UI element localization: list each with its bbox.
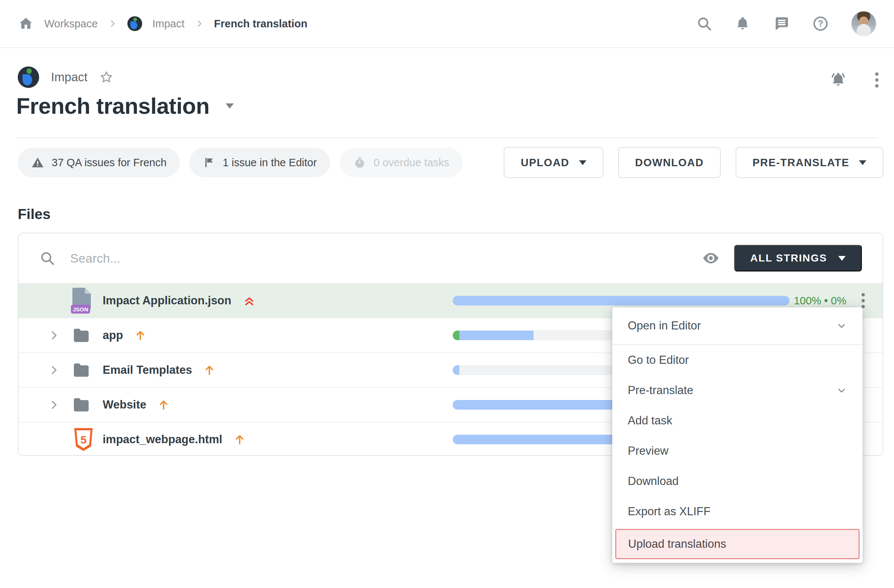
menu-item-label: Add task <box>628 414 672 427</box>
badge-label: 37 QA issues for French <box>52 157 166 169</box>
menu-item-label: Preview <box>628 444 668 458</box>
chevron-right-icon <box>108 19 117 28</box>
breadcrumb-project[interactable]: Impact <box>153 18 185 30</box>
badge-label: 0 overdue tasks <box>374 157 449 169</box>
top-navigation-bar: Workspace Impact French translation ? <box>0 0 894 48</box>
user-avatar[interactable] <box>851 11 876 36</box>
folder-name: Email Templates <box>103 363 192 377</box>
search-icon <box>39 250 55 266</box>
star-favorite-icon[interactable] <box>99 70 113 84</box>
download-button-label: DOWNLOAD <box>635 157 704 169</box>
notifications-bell-icon[interactable] <box>734 15 751 32</box>
folder-name: Website <box>103 398 146 411</box>
project-name: Impact <box>51 70 88 84</box>
folder-icon <box>72 328 90 343</box>
file-context-menu: Open in Editor Go to Editor Pre-translat… <box>612 307 862 563</box>
upload-button[interactable]: UPLOAD <box>504 147 603 178</box>
updated-arrow-icon <box>203 364 216 376</box>
badge-label: 1 issue in the Editor <box>223 157 317 169</box>
chevron-down-icon <box>859 160 866 165</box>
chevron-down-icon <box>838 256 846 261</box>
file-name: Impact Application.json <box>103 294 231 307</box>
menu-item-upload-translations[interactable]: Upload translations <box>615 529 860 559</box>
html-file-icon: 5 <box>73 427 94 452</box>
warning-triangle-icon <box>31 156 44 169</box>
search-icon[interactable] <box>696 15 712 32</box>
updated-arrow-icon <box>157 399 170 411</box>
project-page: Workspace Impact French translation ? <box>0 0 894 588</box>
project-header-actions <box>829 70 879 89</box>
menu-item-label: Download <box>628 475 679 488</box>
files-search-input[interactable] <box>69 251 687 266</box>
pre-translate-button[interactable]: PRE-TRANSLATE <box>735 147 883 178</box>
menu-item-download[interactable]: Download <box>612 466 862 496</box>
menu-item-label: Open in Editor <box>628 319 701 333</box>
row-menu-kebab-icon[interactable] <box>861 293 865 308</box>
folder-icon <box>72 363 90 378</box>
svg-text:JSON: JSON <box>73 306 88 313</box>
files-search-row: ALL STRINGS <box>18 233 883 283</box>
chat-icon[interactable] <box>773 15 790 32</box>
translation-progress-bar <box>453 296 790 305</box>
file-actions: UPLOAD DOWNLOAD PRE-TRANSLATE <box>504 147 883 178</box>
download-button[interactable]: DOWNLOAD <box>618 147 721 178</box>
priority-high-icon <box>243 294 256 307</box>
impact-project-logo <box>127 16 142 31</box>
strings-filter-button[interactable]: ALL STRINGS <box>734 245 862 272</box>
svg-text:?: ? <box>818 18 823 29</box>
folder-icon <box>72 398 90 412</box>
menu-item-pre-translate[interactable]: Pre-translate <box>612 375 862 405</box>
eye-visibility-icon[interactable] <box>702 249 720 268</box>
json-file-icon: JSON <box>71 287 93 314</box>
chevron-right-icon <box>195 19 204 28</box>
svg-text:5: 5 <box>80 434 87 446</box>
updated-arrow-icon <box>233 433 246 446</box>
menu-item-preview[interactable]: Preview <box>612 436 862 466</box>
page-title: French translation <box>16 93 209 119</box>
help-icon[interactable]: ? <box>812 15 829 32</box>
menu-item-export-as-xliff[interactable]: Export as XLIFF <box>612 496 862 527</box>
title-dropdown-caret-icon[interactable] <box>226 103 234 109</box>
subscribe-bell-icon[interactable] <box>829 70 848 89</box>
expand-chevron-icon[interactable] <box>48 364 60 376</box>
files-section-heading: Files <box>18 206 51 222</box>
file-name: impact_webpage.html <box>103 433 222 446</box>
overdue-tasks-badge: 0 overdue tasks <box>340 148 463 177</box>
pre-translate-button-label: PRE-TRANSLATE <box>752 157 849 169</box>
menu-item-label: Export as XLIFF <box>628 505 710 518</box>
flag-icon <box>203 156 215 169</box>
stopwatch-icon <box>353 156 366 169</box>
project-menu-kebab-icon[interactable] <box>875 73 879 88</box>
home-icon[interactable] <box>18 15 34 32</box>
chevron-down-icon <box>579 160 586 165</box>
menu-item-label: Go to Editor <box>628 354 689 367</box>
menu-item-add-task[interactable]: Add task <box>612 405 862 436</box>
breadcrumb: Workspace Impact French translation <box>18 15 308 32</box>
breadcrumb-current: French translation <box>214 18 308 30</box>
upload-button-label: UPLOAD <box>521 157 569 169</box>
chevron-down-icon <box>836 385 847 396</box>
project-header: Impact <box>18 67 113 88</box>
menu-item-open-in-editor[interactable]: Open in Editor <box>612 307 862 344</box>
impact-project-logo <box>18 67 39 88</box>
menu-item-label: Upload translations <box>628 537 726 551</box>
status-badges: 37 QA issues for French 1 issue in the E… <box>18 148 463 177</box>
expand-chevron-icon[interactable] <box>48 399 60 411</box>
updated-arrow-icon <box>134 329 146 342</box>
chevron-down-icon <box>836 320 847 331</box>
translation-stats: 100% • 0% <box>794 295 846 307</box>
folder-name: app <box>103 329 123 342</box>
header-divider <box>17 138 877 138</box>
menu-item-label: Pre-translate <box>628 384 693 397</box>
editor-issues-badge[interactable]: 1 issue in the Editor <box>189 148 330 177</box>
strings-filter-label: ALL STRINGS <box>751 252 827 264</box>
qa-issues-badge[interactable]: 37 QA issues for French <box>18 148 180 177</box>
menu-item-go-to-editor[interactable]: Go to Editor <box>612 345 862 375</box>
breadcrumb-workspace[interactable]: Workspace <box>44 18 98 30</box>
expand-chevron-icon[interactable] <box>48 330 60 341</box>
